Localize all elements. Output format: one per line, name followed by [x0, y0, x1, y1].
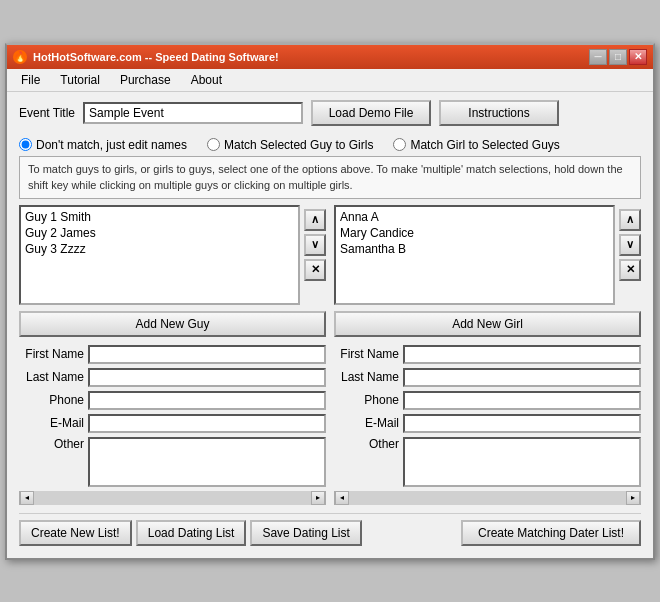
girl-phone-label: Phone [334, 393, 399, 407]
guy-other-input[interactable] [88, 437, 326, 487]
title-bar: 🔥 HotHotSoftware.com -- Speed Dating Sof… [7, 45, 653, 69]
close-button[interactable]: ✕ [629, 49, 647, 65]
create-matching-dater-button[interactable]: Create Matching Dater List! [461, 520, 641, 546]
girl-firstname-label: First Name [334, 347, 399, 361]
radio-guy-to-girls-input[interactable] [207, 138, 220, 151]
window-title: HotHotSoftware.com -- Speed Dating Softw… [33, 51, 279, 63]
girl-email-input[interactable] [403, 414, 641, 433]
radio-no-match-label: Don't match, just edit names [36, 138, 187, 152]
load-demo-button[interactable]: Load Demo File [311, 100, 431, 126]
girl-lastname-row: Last Name [334, 368, 641, 387]
app-icon: 🔥 [13, 50, 27, 64]
girls-delete-button[interactable]: ✕ [619, 259, 641, 281]
radio-no-match-input[interactable] [19, 138, 32, 151]
add-new-girl-button[interactable]: Add New Girl [334, 311, 641, 337]
guy-lastname-row: Last Name [19, 368, 326, 387]
guys-delete-button[interactable]: ✕ [304, 259, 326, 281]
guy-email-label: E-Mail [19, 416, 84, 430]
info-box: To match guys to girls, or girls to guys… [19, 156, 641, 199]
guy-email-input[interactable] [88, 414, 326, 433]
guys-up-button[interactable]: ∧ [304, 209, 326, 231]
girl-firstname-row: First Name [334, 345, 641, 364]
girl-scrollbar[interactable]: ◂ ▸ [334, 491, 641, 505]
radio-guy-to-girls[interactable]: Match Selected Guy to Girls [207, 138, 373, 152]
maximize-button[interactable]: □ [609, 49, 627, 65]
girl-phone-input[interactable] [403, 391, 641, 410]
list-item[interactable]: Samantha B [338, 241, 611, 257]
girl-lastname-input[interactable] [403, 368, 641, 387]
bottom-left-buttons: Create New List! Load Dating List Save D… [19, 520, 362, 546]
girl-phone-row: Phone [334, 391, 641, 410]
radio-group: Don't match, just edit names Match Selec… [19, 134, 641, 156]
guy-form: First Name Last Name Phone E-Mail Other [19, 345, 326, 507]
girl-email-label: E-Mail [334, 416, 399, 430]
guy-email-row: E-Mail [19, 414, 326, 433]
girls-down-button[interactable]: ∨ [619, 234, 641, 256]
girl-scroll-right-icon[interactable]: ▸ [626, 491, 640, 505]
guy-other-label: Other [19, 437, 84, 451]
event-title-input[interactable] [83, 102, 303, 124]
guy-scroll-right-icon[interactable]: ▸ [311, 491, 325, 505]
girl-firstname-input[interactable] [403, 345, 641, 364]
radio-girl-to-guys[interactable]: Match Girl to Selected Guys [393, 138, 559, 152]
menu-about[interactable]: About [181, 71, 232, 89]
guys-list[interactable]: Guy 1 Smith Guy 2 James Guy 3 Zzzz [19, 205, 300, 305]
girl-other-input[interactable] [403, 437, 641, 487]
load-dating-list-button[interactable]: Load Dating List [136, 520, 247, 546]
guy-lastname-label: Last Name [19, 370, 84, 384]
instructions-button[interactable]: Instructions [439, 100, 559, 126]
guy-firstname-input[interactable] [88, 345, 326, 364]
girl-other-label: Other [334, 437, 399, 451]
guy-phone-row: Phone [19, 391, 326, 410]
guy-firstname-row: First Name [19, 345, 326, 364]
menu-bar: File Tutorial Purchase About [7, 69, 653, 92]
main-window: 🔥 HotHotSoftware.com -- Speed Dating Sof… [5, 43, 655, 560]
radio-guy-to-girls-label: Match Selected Guy to Girls [224, 138, 373, 152]
list-item[interactable]: Mary Candice [338, 225, 611, 241]
list-item[interactable]: Anna A [338, 209, 611, 225]
menu-purchase[interactable]: Purchase [110, 71, 181, 89]
girls-up-button[interactable]: ∧ [619, 209, 641, 231]
girl-form: First Name Last Name Phone E-Mail Other [334, 345, 641, 507]
info-text: To match guys to girls, or girls to guys… [28, 163, 623, 192]
guy-other-row: Other [19, 437, 326, 487]
guys-down-button[interactable]: ∨ [304, 234, 326, 256]
girl-scroll-track[interactable] [349, 491, 626, 505]
guy-scroll-track[interactable] [34, 491, 311, 505]
minimize-button[interactable]: ─ [589, 49, 607, 65]
guys-list-controls: ∧ ∨ ✕ [304, 205, 326, 305]
guy-lastname-input[interactable] [88, 368, 326, 387]
event-title-row: Event Title Load Demo File Instructions [19, 100, 641, 126]
bottom-row: Create New List! Load Dating List Save D… [19, 513, 641, 550]
title-controls: ─ □ ✕ [589, 49, 647, 65]
list-item[interactable]: Guy 1 Smith [23, 209, 296, 225]
girl-lastname-label: Last Name [334, 370, 399, 384]
girls-list[interactable]: Anna A Mary Candice Samantha B [334, 205, 615, 305]
content-area: Event Title Load Demo File Instructions … [7, 92, 653, 558]
create-new-list-button[interactable]: Create New List! [19, 520, 132, 546]
add-buttons-row: Add New Guy Add New Girl [19, 311, 641, 337]
save-dating-list-button[interactable]: Save Dating List [250, 520, 361, 546]
event-title-label: Event Title [19, 106, 75, 120]
add-new-guy-button[interactable]: Add New Guy [19, 311, 326, 337]
menu-file[interactable]: File [11, 71, 50, 89]
title-bar-left: 🔥 HotHotSoftware.com -- Speed Dating Sof… [13, 50, 279, 64]
radio-girl-to-guys-input[interactable] [393, 138, 406, 151]
girls-list-section: Anna A Mary Candice Samantha B ∧ ∨ ✕ [334, 205, 641, 305]
guy-scrollbar[interactable]: ◂ ▸ [19, 491, 326, 505]
list-item[interactable]: Guy 2 James [23, 225, 296, 241]
guy-firstname-label: First Name [19, 347, 84, 361]
girl-other-row: Other [334, 437, 641, 487]
guy-phone-label: Phone [19, 393, 84, 407]
guys-list-section: Guy 1 Smith Guy 2 James Guy 3 Zzzz ∧ ∨ ✕ [19, 205, 326, 305]
list-item[interactable]: Guy 3 Zzzz [23, 241, 296, 257]
guy-phone-input[interactable] [88, 391, 326, 410]
radio-girl-to-guys-label: Match Girl to Selected Guys [410, 138, 559, 152]
girl-email-row: E-Mail [334, 414, 641, 433]
guy-scroll-left-icon[interactable]: ◂ [20, 491, 34, 505]
radio-no-match[interactable]: Don't match, just edit names [19, 138, 187, 152]
girl-scroll-left-icon[interactable]: ◂ [335, 491, 349, 505]
menu-tutorial[interactable]: Tutorial [50, 71, 110, 89]
form-section: First Name Last Name Phone E-Mail Other [19, 345, 641, 507]
lists-container: Guy 1 Smith Guy 2 James Guy 3 Zzzz ∧ ∨ ✕… [19, 205, 641, 305]
